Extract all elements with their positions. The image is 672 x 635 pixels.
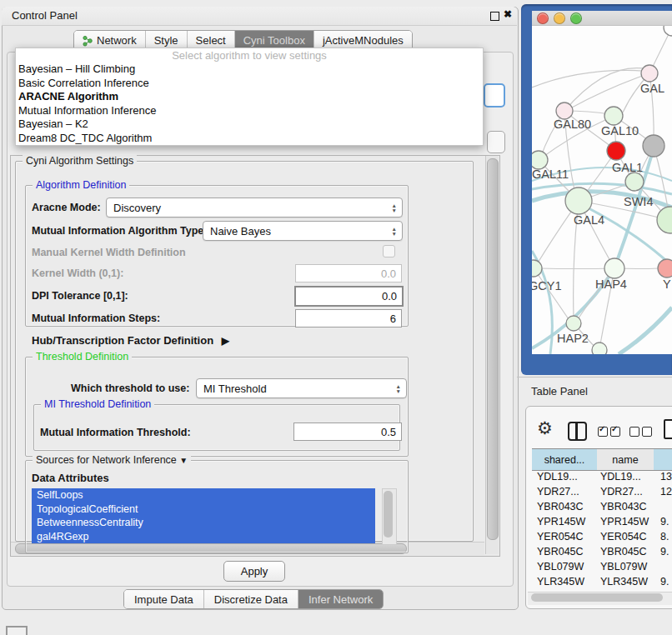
close-traffic-light[interactable]	[537, 12, 549, 24]
data-attribute-item[interactable]: BetweennessCentrality	[32, 516, 375, 530]
tab-network-label: Network	[97, 34, 137, 47]
float-window-icon[interactable]	[490, 12, 499, 21]
data-attribute-item[interactable]: SelfLoops	[32, 488, 375, 502]
algorithm-definition-title: Algorithm Definition	[33, 179, 129, 191]
tab-discretize-data[interactable]: Discretize Data	[204, 590, 298, 608]
table-cell: 8.	[654, 531, 672, 546]
tab-infer-network[interactable]: Infer Network	[298, 590, 383, 608]
table-cell: YLR345W	[532, 576, 597, 591]
table-row[interactable]: YDR27...YDR27...12	[532, 486, 672, 501]
table-row[interactable]: YBL079WYBL079W	[532, 561, 672, 576]
network-edge[interactable]	[619, 308, 672, 354]
network-node[interactable]	[641, 65, 658, 82]
mi-algorithm-type-combobox[interactable]: Naive Bayes ▲▼	[203, 221, 403, 241]
table-row[interactable]: YPR145WYPR145W9.	[532, 516, 672, 531]
tab-select-label: Select	[196, 34, 226, 47]
algorithm-option[interactable]: Bayesian – Hill Climbing	[16, 62, 483, 77]
unchecked-checkbox-icon[interactable]	[642, 427, 652, 437]
network-node[interactable]	[604, 107, 623, 125]
which-threshold-value: MI Threshold	[203, 382, 267, 395]
algorithm-combobox-fragment[interactable]	[484, 83, 505, 108]
network-node[interactable]	[658, 259, 672, 278]
kernel-width-label: Kernel Width (0,1):	[32, 268, 123, 279]
table-row[interactable]: YER054CYER054C8.	[532, 531, 672, 546]
network-edge[interactable]	[532, 70, 644, 88]
network-node[interactable]	[566, 316, 581, 331]
network-edge[interactable]	[572, 73, 649, 108]
network-canvas[interactable]: GALGAL80GAL10GAL1GAL11SWI4GAL4GCY1HAP4YH…	[532, 11, 672, 354]
dpi-tolerance-field[interactable]: 0.0	[294, 286, 404, 307]
attributes-scrollbar-thumb[interactable]	[384, 491, 393, 538]
unchecked-checkbox-icon[interactable]	[629, 427, 639, 437]
algorithm-option[interactable]: Dream8 DC_TDC Algorithm	[16, 132, 483, 146]
manual-kernel-label: Manual Kernel Width Definition	[32, 247, 186, 258]
table-cell: YBL079W	[597, 561, 654, 576]
column-header-name[interactable]: name	[597, 448, 654, 471]
collapse-arrow-icon[interactable]: ▼	[179, 456, 188, 465]
hub-section-label[interactable]: Hub/Transcription Factor Definition ▶	[32, 334, 229, 347]
algorithm-option[interactable]: Basic Correlation Inference	[16, 77, 483, 91]
tab-jactivemnodules-label: jActiveMNodules	[323, 34, 404, 47]
network-node[interactable]	[607, 142, 625, 160]
table-row[interactable]: YBR043CYBR043C	[532, 501, 672, 516]
table-panel-title: Table Panel	[531, 385, 588, 398]
manual-kernel-checkbox[interactable]	[383, 245, 395, 258]
table-cell: YDL19...	[532, 471, 597, 486]
algorithm-option[interactable]: ARACNE Algorithm	[16, 90, 483, 104]
settings-vscrollbar-thumb[interactable]	[487, 158, 499, 540]
algorithm-dropdown-popup: Select algorithm to view settings Bayesi…	[15, 48, 484, 146]
data-attribute-item[interactable]: gal4RGexp	[32, 530, 375, 544]
minimize-traffic-light[interactable]	[554, 12, 565, 24]
mi-algorithm-type-value: Naive Bayes	[210, 225, 271, 238]
network-node[interactable]	[532, 260, 542, 277]
algorithm-option[interactable]: Bayesian – K2	[16, 118, 483, 132]
network-node[interactable]	[592, 342, 607, 354]
network-node-label: SWI4	[624, 195, 653, 208]
column-header-shared[interactable]: shared...	[532, 448, 598, 471]
split-columns-icon[interactable]	[568, 422, 587, 441]
which-threshold-combobox[interactable]: MI Threshold ▲▼	[196, 378, 407, 398]
sources-group-title: Sources for Network Inference ▼	[33, 454, 191, 466]
table-cell: YDR27...	[532, 486, 597, 501]
bottom-tabbar: Impute Data Discretize Data Infer Networ…	[123, 589, 384, 609]
data-attribute-item[interactable]: TopologicalCoefficient	[32, 502, 375, 517]
network-node[interactable]	[625, 172, 644, 191]
algorithm-option[interactable]: Mutual Information Inference	[16, 104, 483, 118]
zoom-traffic-light[interactable]	[570, 12, 582, 24]
mi-steps-field[interactable]: 6	[295, 309, 402, 328]
aracne-mode-combobox[interactable]: Discovery ▲▼	[106, 198, 403, 218]
column-header-third[interactable]	[654, 448, 672, 471]
table-row[interactable]: YBR045CYBR045C9.	[532, 546, 672, 561]
network-node[interactable]	[657, 207, 672, 233]
kernel-width-field[interactable]: 0.0	[295, 264, 402, 282]
network-node-label: HAP4	[595, 278, 627, 291]
table-cell: YPR145W	[597, 516, 654, 531]
checked-checkbox-icon[interactable]	[610, 427, 620, 437]
table-cell: 9.	[654, 546, 672, 561]
aracne-mode-label: Aracne Mode:	[32, 202, 101, 213]
network-node[interactable]	[532, 151, 548, 169]
gear-icon[interactable]: ⚙	[537, 418, 553, 438]
table-cell: YBL079W	[532, 561, 597, 576]
page-icon[interactable]	[664, 419, 672, 439]
table-cell: YBR045C	[597, 546, 654, 561]
network-node[interactable]	[565, 188, 592, 214]
table-row[interactable]: YDL19...YDL19...13	[532, 471, 672, 486]
table-cell	[654, 561, 672, 576]
expand-arrow-icon[interactable]: ▶	[222, 335, 229, 347]
apply-button[interactable]: Apply	[223, 561, 285, 582]
table-row[interactable]: YLR345WYLR345W9.	[532, 576, 672, 591]
network-node[interactable]	[604, 258, 624, 278]
mi-threshold-field[interactable]: 0.5	[293, 422, 402, 441]
network-node[interactable]	[556, 102, 573, 119]
control-panel-title: Control Panel	[12, 9, 78, 22]
network-edge[interactable]	[540, 268, 614, 269]
mi-steps-label: Mutual Information Steps:	[32, 312, 160, 324]
table-cell: YDL19...	[597, 471, 654, 486]
table-hscrollbar-thumb[interactable]	[531, 593, 663, 602]
table-combobox-fragment[interactable]	[487, 131, 505, 153]
tab-impute-data[interactable]: Impute Data	[124, 590, 204, 608]
close-icon[interactable]: ✖	[504, 8, 512, 20]
checked-checkbox-icon[interactable]	[598, 427, 608, 437]
network-node[interactable]	[643, 135, 664, 157]
